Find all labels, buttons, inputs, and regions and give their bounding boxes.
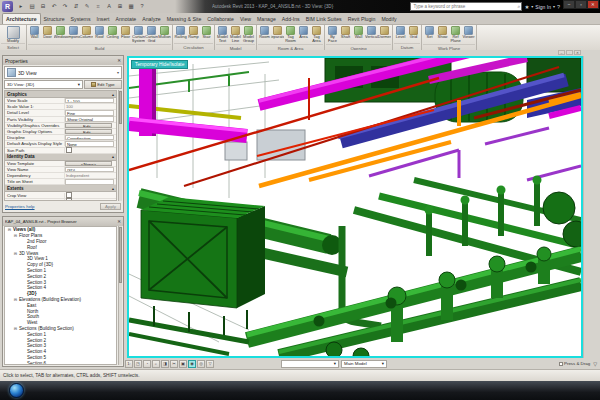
ribbon-tab[interactable]: View	[237, 14, 254, 24]
view-window-control-icon[interactable]: –	[558, 50, 565, 55]
ribbon-button[interactable]: Curtain System	[132, 25, 145, 44]
qat-icon[interactable]: ▸	[16, 1, 26, 11]
ribbon-tab[interactable]: Manage	[254, 14, 279, 24]
view-control-icon[interactable]: 1:	[125, 360, 133, 368]
view-control-icon[interactable]: ◉	[188, 360, 196, 368]
ribbon-button[interactable]: Vertical	[365, 25, 378, 44]
view-control-icon[interactable]: ▣	[179, 360, 187, 368]
ribbon-button[interactable]: Dormer	[378, 25, 391, 44]
search-icon[interactable]: ⌕	[517, 3, 522, 10]
ribbon-button[interactable]: By Face	[326, 25, 339, 44]
ribbon-button[interactable]: Wall	[28, 25, 41, 44]
ribbon-button[interactable]: Show	[436, 25, 449, 44]
qat-icon[interactable]: ✎	[82, 1, 92, 11]
ribbon-tab[interactable]: Massing & Site	[164, 14, 205, 24]
ribbon-group-label[interactable]: Select	[1, 43, 25, 50]
ribbon-button[interactable]: Viewer	[462, 25, 475, 44]
star-icon[interactable]: ★	[524, 4, 529, 10]
revit-app-icon[interactable]: R	[2, 1, 13, 12]
qat-icon[interactable]: ⊟	[38, 1, 48, 11]
project-browser-header[interactable]: KAP_04_ANSILB.rvt - Project Browser ✕	[3, 217, 123, 226]
view-control-icon[interactable]: ✂	[170, 360, 178, 368]
apply-button[interactable]: Apply	[100, 203, 121, 210]
view-control-icon[interactable]: ◨	[161, 360, 169, 368]
ribbon-button[interactable]: Tag Room	[284, 25, 297, 44]
close-button[interactable]: ✕	[587, 0, 599, 9]
ribbon-button[interactable]: Wall	[352, 25, 365, 44]
ribbon-button[interactable]: Grid	[407, 25, 420, 43]
qat-icon[interactable]: ↶	[49, 1, 59, 11]
close-icon[interactable]: ✕	[117, 219, 121, 224]
ribbon-group-label[interactable]: Opening	[326, 44, 391, 50]
browser-tree-item[interactable]: Section 6	[5, 360, 116, 365]
design-options-combo[interactable]: Main Model ▾	[341, 360, 387, 368]
sign-in-button[interactable]: Sign In	[535, 4, 551, 10]
qat-icon[interactable]: ▦	[126, 1, 136, 11]
ribbon-button[interactable]: Room	[258, 25, 271, 44]
ribbon-button[interactable]: Tag Area	[310, 25, 323, 44]
ribbon-button[interactable]: Curtain Grid	[145, 25, 158, 44]
instance-selector-combo[interactable]: 3D View: {3D} ▾	[4, 80, 83, 89]
ribbon-tab[interactable]: Annotate	[112, 14, 139, 24]
ribbon-button[interactable]: Ref Plane	[449, 25, 462, 44]
tree-expander-icon[interactable]: ⊟	[13, 326, 18, 331]
ribbon-button[interactable]: Modify	[1, 25, 25, 43]
ribbon-group-label[interactable]: Model	[216, 44, 255, 50]
qat-icon[interactable]: ?	[137, 1, 147, 11]
properties-help-link[interactable]: Properties help	[5, 204, 35, 209]
tree-expander-icon[interactable]: ⊟	[13, 297, 18, 302]
property-row[interactable]: Crop Region Visible	[5, 199, 116, 201]
qat-icon[interactable]: A	[104, 1, 114, 11]
view-window-control-icon[interactable]: ✕	[574, 50, 581, 55]
view-control-icon[interactable]: ☼	[152, 360, 160, 368]
ribbon-button[interactable]: Separator	[271, 25, 284, 44]
qat-icon[interactable]: ⌗	[93, 1, 103, 11]
tree-expander-icon[interactable]: ⊟	[13, 233, 18, 238]
ribbon-tab[interactable]: Modify	[378, 14, 399, 24]
ribbon-button[interactable]: Model Group	[242, 25, 255, 44]
view-window-control-icon[interactable]: ▫	[566, 50, 573, 55]
press-drag-checkbox[interactable]: Press & Drag	[559, 361, 590, 366]
ribbon-button[interactable]: Area	[297, 25, 310, 44]
search-input[interactable]	[411, 4, 516, 9]
tree-expander-icon[interactable]: ⊟	[7, 227, 12, 232]
start-button[interactable]	[9, 383, 24, 398]
properties-scrollbar[interactable]	[118, 90, 122, 201]
temporary-hide-isolate-chip[interactable]: Temporary Hide/Isolate	[131, 60, 188, 69]
ribbon-tab[interactable]: Systems	[68, 14, 94, 24]
ribbon-button[interactable]: Component	[67, 25, 80, 44]
filter-icon[interactable]: ▽	[593, 361, 597, 367]
ribbon-button[interactable]: Model Text	[216, 25, 229, 44]
ribbon-tab[interactable]: Architecture	[2, 13, 41, 24]
qat-icon[interactable]: ⊞	[115, 1, 125, 11]
ribbon-button[interactable]: Roof	[93, 25, 106, 44]
restore-button[interactable]: ▫	[575, 0, 587, 9]
properties-header[interactable]: Properties ✕	[3, 56, 123, 65]
ribbon-tab[interactable]: Add-Ins	[279, 14, 303, 24]
ribbon-tab[interactable]: Analyze	[139, 14, 163, 24]
ribbon-button[interactable]: Set	[423, 25, 436, 44]
ribbon-button[interactable]: Shaft	[339, 25, 352, 44]
ribbon-button[interactable]: Door	[41, 25, 54, 44]
chevron-down-icon[interactable]: ▾	[553, 4, 555, 9]
ribbon-button[interactable]: Ceiling	[106, 25, 119, 44]
ribbon-tab[interactable]: Structure	[41, 14, 68, 24]
view-control-icon[interactable]: ▽	[206, 360, 214, 368]
ribbon-button[interactable]: Window	[54, 25, 67, 44]
edit-type-button[interactable]: Edit Type	[84, 80, 122, 89]
ribbon-button[interactable]: Mullion	[158, 25, 171, 44]
ribbon-button[interactable]: Column	[80, 25, 93, 44]
ribbon-tab[interactable]: Insert	[94, 14, 113, 24]
ribbon-group-label[interactable]: Circulation	[174, 43, 213, 50]
type-selector[interactable]: 3D View ▾	[4, 66, 122, 79]
browser-scrollbar[interactable]	[118, 226, 122, 365]
drawing-area[interactable]: Temporary Hide/Isolate	[127, 56, 583, 358]
ribbon-button[interactable]: Level	[394, 25, 407, 43]
chevron-down-icon[interactable]: ▾	[531, 4, 533, 9]
active-workset-combo[interactable]: ▾	[281, 360, 339, 368]
help-icon[interactable]: ?	[557, 4, 560, 10]
ribbon-group-label[interactable]: Work Plane	[423, 44, 475, 50]
ribbon-tab[interactable]: Collaborate	[204, 14, 237, 24]
ribbon-group-label[interactable]: Room & Area	[258, 44, 323, 50]
qat-icon[interactable]: ⇵	[71, 1, 81, 11]
